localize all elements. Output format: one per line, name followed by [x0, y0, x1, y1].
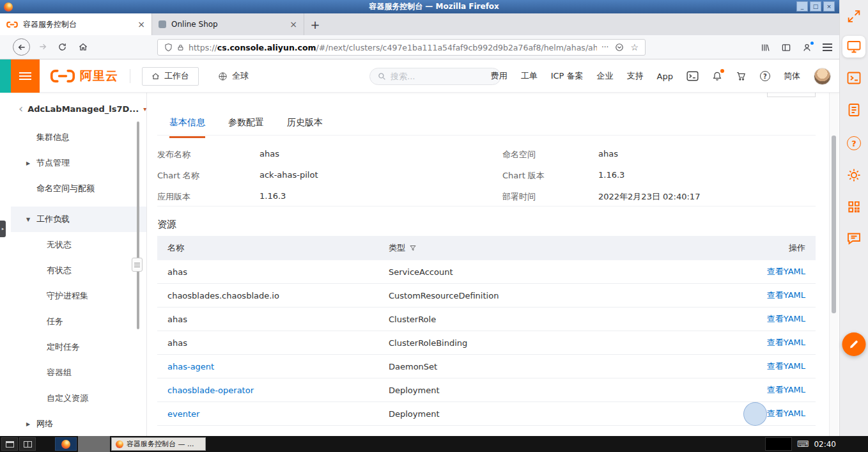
divider — [130, 69, 130, 83]
info-label: 部署时间 — [502, 191, 598, 203]
bookmark-star-icon[interactable]: ☆ — [630, 42, 639, 52]
column-header-name: 名称 — [157, 242, 389, 254]
sidebar-item-workloads[interactable]: ▼ 工作负载 — [11, 207, 146, 232]
language-switch[interactable]: 简体 — [784, 70, 800, 82]
view-yaml-link[interactable]: 查看YAML — [767, 338, 805, 347]
help-panel-button[interactable]: ? — [847, 136, 861, 150]
sidebar-item-node-management[interactable]: ▶ 节点管理 — [11, 150, 146, 176]
keyboard-icon[interactable]: ⌨ — [797, 439, 809, 449]
back-chevron-icon[interactable]: ‹ — [19, 103, 23, 114]
sidebar-item-cluster-info[interactable]: 集群信息 — [11, 125, 146, 150]
pocket-icon[interactable] — [615, 43, 624, 52]
nav-icp[interactable]: ICP 备案 — [551, 70, 584, 82]
tab-close-icon[interactable]: × — [137, 20, 145, 29]
close-button[interactable]: × — [823, 1, 835, 12]
feedback-button[interactable] — [846, 231, 862, 246]
browser-toolbar: https://cs.console.aliyun.com/#/next/clu… — [0, 35, 868, 59]
settings-button[interactable] — [846, 168, 862, 183]
workbench-button[interactable]: 工作台 — [142, 67, 199, 86]
sidebar-item-custom-resources[interactable]: 自定义资源 — [11, 386, 146, 411]
qrcode-icon — [847, 199, 862, 214]
reload-icon — [58, 42, 67, 52]
expand-button[interactable] — [846, 8, 862, 24]
window-list-button-2[interactable] — [19, 437, 36, 451]
nav-tickets[interactable]: 工单 — [521, 70, 538, 82]
home-button[interactable] — [78, 42, 88, 52]
console-terminal-icon — [846, 70, 862, 86]
view-yaml-link[interactable]: 查看YAML — [767, 314, 805, 323]
tab-close-icon[interactable]: × — [290, 20, 297, 29]
region-selector[interactable]: 全球 — [218, 70, 249, 82]
resource-name-link[interactable]: eventer — [157, 409, 389, 419]
brand-name[interactable]: 阿里云 — [80, 68, 118, 84]
view-yaml-link[interactable]: 查看YAML — [767, 290, 805, 300]
sidebar-resize-handle[interactable] — [132, 258, 143, 272]
survey-button[interactable] — [842, 332, 866, 356]
search-input[interactable] — [391, 72, 486, 81]
view-yaml-link[interactable]: 查看YAML — [767, 267, 805, 276]
document-button[interactable] — [846, 102, 862, 118]
window-titlebar[interactable]: 容器服务控制台 — Mozilla Firefox _ □ × — [0, 0, 868, 13]
browser-tab-console[interactable]: 容器服务控制台 × — [0, 13, 152, 35]
sidebar-toggle-icon[interactable] — [781, 43, 791, 52]
console-button[interactable] — [846, 70, 862, 86]
cluster-switcher[interactable]: ‹ AdcLabManaged_ls7D... ▾ — [11, 93, 146, 125]
help-button[interactable]: ? — [760, 71, 770, 81]
edit-pencil-circle — [842, 332, 866, 356]
hamburger-icon — [823, 47, 832, 48]
menu-button[interactable] — [823, 47, 832, 48]
nav-enterprise[interactable]: 企业 — [597, 70, 614, 82]
cart-button[interactable] — [736, 71, 747, 81]
resource-name-link[interactable]: chaosblade-operator — [157, 386, 389, 395]
window-list-button-1[interactable] — [1, 437, 18, 451]
nav-support[interactable]: 支持 — [627, 70, 644, 82]
notifications-button[interactable] — [712, 71, 722, 81]
shield-icon[interactable] — [164, 43, 173, 52]
aliyun-logo-icon[interactable] — [50, 69, 75, 83]
qrcode-button[interactable] — [847, 199, 862, 214]
column-header-type-label: 类型 — [389, 242, 405, 254]
firefox-task-button[interactable] — [55, 437, 77, 451]
sidebar-item-namespace-quota[interactable]: 命名空间与配额 — [11, 176, 146, 201]
nav-billing[interactable]: 费用 — [491, 70, 508, 82]
sidebar-item-cronjobs[interactable]: 定时任务 — [11, 334, 146, 360]
sidebar-item-stateful[interactable]: 有状态 — [11, 258, 146, 283]
browser-tab-online-shop[interactable]: Online Shop × — [152, 13, 304, 35]
filter-icon[interactable] — [409, 244, 417, 252]
sidebar-item-daemonset[interactable]: 守护进程集 — [11, 283, 146, 309]
resource-type: Deployment — [389, 386, 732, 395]
page-scrollbar-thumb[interactable] — [832, 136, 836, 313]
sidebar-item-jobs[interactable]: 任务 — [11, 309, 146, 334]
forward-button[interactable] — [38, 42, 47, 51]
view-yaml-link[interactable]: 查看YAML — [767, 361, 805, 371]
monitor-button[interactable] — [842, 36, 865, 58]
back-button[interactable] — [13, 38, 30, 56]
sidebar-item-stateless[interactable]: 无状态 — [11, 232, 146, 258]
maximize-button[interactable]: □ — [810, 1, 821, 12]
account-button[interactable] — [802, 43, 812, 52]
system-monitor-applet[interactable] — [765, 437, 792, 451]
cutoff-button[interactable] — [767, 93, 816, 97]
new-tab-button[interactable]: + — [304, 13, 326, 35]
avatar[interactable] — [814, 68, 831, 85]
cloudshell-button[interactable] — [686, 71, 699, 81]
header-search[interactable] — [369, 68, 501, 85]
nav-app[interactable]: App — [657, 72, 673, 81]
sidebar-item-pods[interactable]: 容器组 — [11, 360, 146, 386]
reload-button[interactable] — [58, 42, 67, 52]
sidebar-scrollbar[interactable] — [137, 121, 139, 329]
lock-icon[interactable] — [177, 43, 184, 52]
view-yaml-link[interactable]: 查看YAML — [767, 409, 805, 418]
task-entry[interactable]: 容器服务控制台 — ... — [111, 437, 206, 451]
console-menu-button[interactable] — [11, 59, 40, 93]
taskbar-tray: ⌨ 02:40 — [765, 436, 836, 452]
view-yaml-link[interactable]: 查看YAML — [767, 385, 805, 394]
resource-name-link[interactable]: ahas-agent — [157, 362, 389, 371]
table-row: chaosblades.chaosblade.io CustomResource… — [157, 284, 816, 308]
sidebar-item-network[interactable]: ▶ 网络 — [11, 411, 146, 436]
sidebar-collapse-handle[interactable]: ▸ — [0, 221, 6, 237]
library-icon[interactable] — [760, 43, 770, 52]
minimize-button[interactable]: _ — [796, 1, 808, 12]
address-bar[interactable]: https://cs.console.aliyun.com/#/next/clu… — [157, 39, 646, 56]
page-actions-more-icon[interactable]: ··· — [601, 43, 608, 52]
